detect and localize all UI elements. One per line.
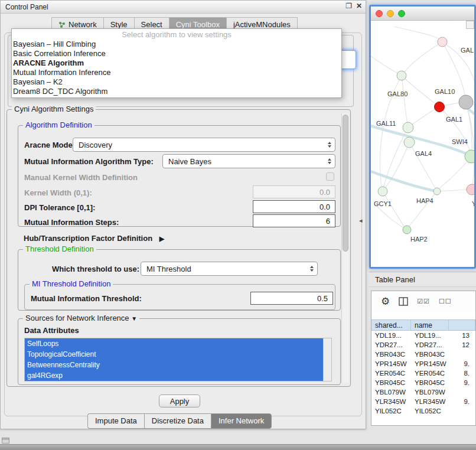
dropdown-item[interactable]: Mutual Information Inference (12, 68, 341, 77)
dropdown-item[interactable]: Bayesian – Hill Climbing (12, 40, 341, 49)
mi-threshold-field[interactable]: 0.5 (250, 292, 333, 305)
cyni-algorithm-settings-group: Cyni Algorithm Settings Algorithm Defini… (6, 109, 351, 387)
float-window-icon[interactable]: ❐ (345, 2, 352, 10)
column-header-extra[interactable] (449, 320, 475, 330)
tab-discretize-data[interactable]: Discretize Data (144, 413, 211, 429)
cell-name: YDR27... (411, 340, 449, 350)
table-row[interactable]: YDL19... YDL19... 13 (371, 331, 475, 340)
table-row[interactable]: YIL052C YIL052C (371, 406, 475, 416)
node-label[interactable]: GAL80 (387, 90, 407, 97)
cell-name: YBR045C (411, 378, 449, 387)
dropdown-item[interactable]: Dream8 DC_TDC Algorithm (12, 87, 341, 96)
collapse-down-icon[interactable]: ▼ (131, 315, 137, 322)
node-label[interactable]: GAL4 (415, 150, 432, 157)
table-row[interactable]: YLR345W YLR345W 9. (371, 397, 475, 406)
cell-value: 8. (449, 369, 475, 378)
node-label[interactable]: GAL1 (446, 116, 462, 123)
column-header-name[interactable]: name (411, 320, 449, 330)
kernel-width-field[interactable]: 0.0 (253, 185, 335, 198)
close-traffic-light-icon[interactable] (376, 10, 383, 17)
cell-shared-name: YLR345W (371, 397, 411, 406)
tab-impute-data[interactable]: Impute Data (87, 413, 144, 429)
combo-arrows-icon (328, 158, 331, 164)
table-row[interactable]: YER054C YER054C 8. (371, 369, 475, 378)
table-row[interactable]: YBR045C YBR045C 9. (371, 378, 475, 387)
network-scroll-corner[interactable] (466, 21, 474, 29)
cell-shared-name: YDL19... (371, 331, 411, 340)
cell-shared-name: YBL079W (371, 387, 411, 397)
network-window-titlebar[interactable] (371, 6, 474, 21)
aracne-mode-combo[interactable]: Discovery (73, 138, 335, 152)
column-header-shared[interactable]: shared... (371, 320, 411, 330)
control-panel-title: Control Panel (5, 3, 48, 11)
table-row[interactable]: YDR27... YDR27... 12 (371, 340, 475, 350)
network-graph-canvas[interactable]: GAL GAL80 GAL10 GAL11 GAL1 SWI4 GAL4 GCY… (371, 21, 474, 268)
node-label[interactable]: GAL11 (376, 120, 396, 127)
cell-value: 13 (449, 331, 475, 340)
mi-threshold-group-title: MI Threshold Definition (30, 279, 113, 288)
tab-infer-network[interactable]: Infer Network (211, 413, 272, 429)
table-body: YDL19... YDL19... 13 YDR27... YDR27... 1… (371, 331, 475, 416)
mi-steps-field[interactable]: 6 (253, 214, 335, 227)
dropdown-item-selected[interactable]: ARACNE Algorithm (12, 58, 341, 68)
table-panel-title: Table Panel (375, 275, 415, 284)
cell-value (449, 406, 475, 416)
table-panel-header[interactable]: Table Panel (369, 272, 476, 287)
table-row[interactable]: YBR043C YBR043C (371, 350, 475, 359)
select-all-columns-icon[interactable]: ☑☑ (417, 298, 430, 305)
cell-shared-name: YPR145W (371, 359, 411, 369)
attribute-item[interactable]: gal4RGexp (25, 370, 324, 381)
dropdown-item[interactable]: Bayesian – K2 (12, 77, 341, 87)
hub-definition-label[interactable]: Hub/Transcription Factor Definition ▶ (24, 234, 164, 243)
node-label[interactable]: Y (472, 200, 474, 207)
panel-collapse-arrow-icon[interactable]: ◂ (359, 217, 363, 224)
attribute-item[interactable]: BetweennessCentrality (25, 360, 324, 370)
cell-shared-name: YBR045C (371, 378, 411, 387)
apply-button[interactable]: Apply (159, 394, 200, 407)
control-panel-titlebar[interactable]: Control Panel ❐ ✕ (1, 1, 366, 14)
minimize-traffic-light-icon[interactable] (387, 10, 394, 17)
which-threshold-combo[interactable]: MI Threshold (141, 262, 318, 276)
manual-kernel-label: Manual Kernel Width Definition (24, 173, 138, 182)
minimized-panel-icon[interactable] (2, 438, 9, 444)
unselect-all-columns-icon[interactable]: ☐☐ (439, 298, 452, 305)
gear-icon[interactable]: ⚙ (381, 295, 390, 308)
data-attributes-label: Data Attributes (24, 326, 79, 335)
combo-arrows-icon (310, 266, 314, 272)
data-attributes-list[interactable]: SelfLoops TopologicalCoefficient Between… (24, 338, 332, 381)
network-view-window: GAL GAL80 GAL10 GAL11 GAL1 SWI4 GAL4 GCY… (369, 5, 476, 269)
node-label[interactable]: HAP4 (416, 197, 433, 204)
sources-group-title[interactable]: Sources for Network Inference ▼ (23, 314, 139, 322)
attributes-scrollbar[interactable] (323, 338, 331, 381)
sources-group: Sources for Network Inference ▼ Data Att… (18, 318, 341, 385)
tab-jactivemnodules-label: jActiveMNodules (233, 20, 291, 29)
attribute-item[interactable]: TopologicalCoefficient (25, 349, 324, 360)
node-label[interactable]: GCY1 (374, 200, 392, 207)
bottom-tabs: Impute Data Discretize Data Infer Networ… (87, 413, 272, 429)
cell-name: YBR043C (411, 350, 449, 359)
manual-kernel-checkbox[interactable] (326, 172, 334, 181)
table-row[interactable]: YBL079W YBL079W (371, 387, 475, 397)
zoom-traffic-light-icon[interactable] (398, 10, 405, 17)
table-row[interactable]: YPR145W YPR145W 9. (371, 359, 475, 369)
dpi-tolerance-field[interactable]: 0.0 (253, 200, 335, 213)
columns-icon[interactable] (399, 297, 408, 306)
settings-scrollbar[interactable] (341, 113, 349, 383)
aracne-mode-label: Aracne Mode: (24, 141, 75, 149)
settings-scrollbar-thumb[interactable] (343, 115, 348, 252)
cell-shared-name: YER054C (371, 369, 411, 378)
mi-type-combo[interactable]: Naive Bayes (162, 154, 335, 168)
cell-value (449, 350, 475, 359)
attribute-item[interactable]: SelfLoops (25, 338, 324, 349)
tab-network-label: Network (69, 20, 97, 29)
expand-right-icon[interactable]: ▶ (159, 235, 164, 242)
cell-name: YDL19... (411, 331, 449, 340)
control-panel-window: Control Panel ❐ ✕ Network Style Select C… (0, 0, 366, 429)
table-toolbar: ⚙ ☑☑ ☐☐ (371, 291, 475, 311)
dropdown-item[interactable]: Basic Correlation Inference (12, 49, 341, 58)
close-window-icon[interactable]: ✕ (356, 2, 362, 10)
node-label[interactable]: GAL10 (435, 88, 455, 95)
node-label[interactable]: SWI4 (452, 138, 468, 145)
node-label[interactable]: HAP2 (410, 236, 428, 243)
node-label[interactable]: GAL (461, 47, 474, 54)
